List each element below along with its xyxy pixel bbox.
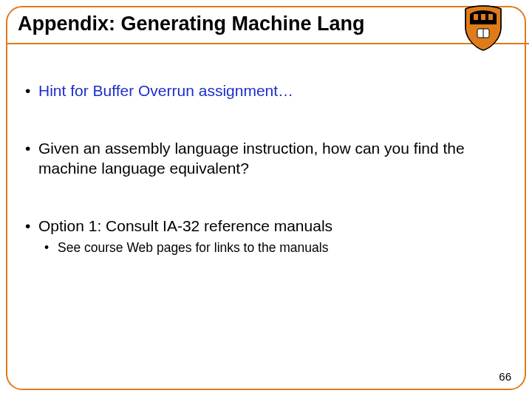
bullet-item: Hint for Buffer Overrun assignment… [25,81,505,100]
page-number: 66 [499,370,511,383]
svg-rect-2 [474,14,478,20]
slide-frame: Appendix: Generating Machine Lang Hint f… [6,6,526,390]
title-divider [6,43,529,44]
bullet-text: Given an assembly language instruction, … [38,140,465,176]
princeton-shield-icon [463,5,504,51]
slide-title: Appendix: Generating Machine Lang [18,13,365,35]
sub-bullet-item: See course Web pages for links to the ma… [44,240,505,256]
bullet-text: Option 1: Consult IA-32 reference manual… [38,217,332,234]
bullet-item: Option 1: Consult IA-32 reference manual… [25,216,505,256]
bullet-list: Hint for Buffer Overrun assignment… Give… [25,81,505,256]
svg-rect-4 [488,14,493,20]
sub-bullet-list: See course Web pages for links to the ma… [38,240,505,256]
svg-rect-3 [481,14,485,20]
slide-content: Hint for Buffer Overrun assignment… Give… [25,81,505,256]
bullet-text-hint: Hint for Buffer Overrun assignment… [38,82,293,99]
bullet-item: Given an assembly language instruction, … [25,139,505,178]
sub-bullet-text: See course Web pages for links to the ma… [58,240,328,255]
